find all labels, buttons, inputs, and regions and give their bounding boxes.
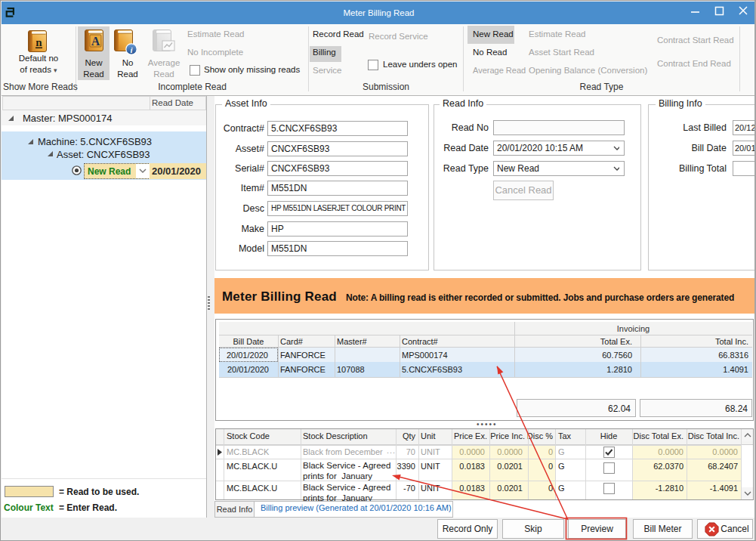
svg-text:n: n (35, 36, 42, 48)
svg-text:A: A (91, 35, 100, 48)
